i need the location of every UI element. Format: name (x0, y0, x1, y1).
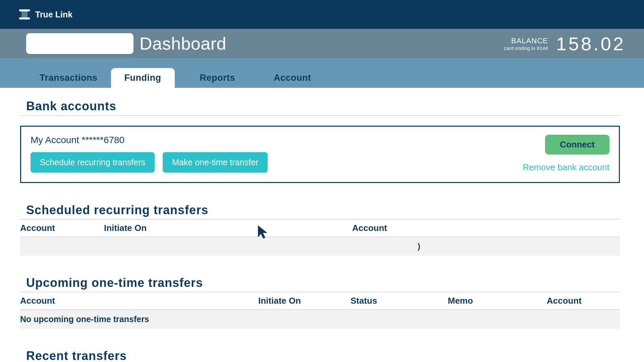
top-header: True Link (0, 0, 644, 29)
tabs-bar: Transactions Funding Reports Account (0, 58, 644, 88)
section-title-bank-accounts: Bank accounts (26, 99, 620, 113)
balance-meta: BALANCE card ending in 8144 (504, 37, 548, 51)
make-one-time-button[interactable]: Make one-time transfer (163, 152, 268, 173)
bank-account-name: My Account ******6780 (31, 135, 268, 145)
no-upcoming-row: No upcoming one-time transfers (20, 310, 620, 329)
th-initiate-on: Initiate On (104, 223, 352, 233)
section-title-recent: Recent transfers (26, 349, 620, 362)
tab-funding[interactable]: Funding (111, 68, 175, 88)
subheader-left: Dashboard (26, 33, 226, 54)
divider (20, 115, 620, 116)
th-memo: Memo (448, 296, 547, 306)
balance-block: BALANCE card ending in 8144 158.02 (504, 33, 626, 55)
bank-card-right: Connect Remove bank account (523, 135, 609, 173)
connect-button[interactable]: Connect (545, 135, 609, 155)
tab-transactions[interactable]: Transactions (26, 68, 111, 88)
row-text: ) (418, 242, 420, 251)
balance-amount: 158.02 (556, 33, 626, 55)
svg-rect-0 (19, 9, 30, 11)
svg-rect-2 (19, 17, 30, 19)
tab-account[interactable]: Account (260, 68, 325, 88)
brand-logo[interactable]: True Link (18, 8, 72, 20)
scheduled-table-header: Account Initiate On Account (20, 219, 620, 237)
th-account: Account (547, 296, 620, 306)
th-account: Account (20, 296, 258, 306)
main-content: Bank accounts My Account ******6780 Sche… (0, 88, 644, 362)
card-ending-label: card ending in 8144 (504, 45, 548, 51)
sub-header: Dashboard BALANCE card ending in 8144 15… (0, 29, 644, 58)
tab-reports[interactable]: Reports (186, 68, 249, 88)
section-title-scheduled: Scheduled recurring transfers (26, 203, 620, 217)
bank-button-row: Schedule recurring transfers Make one-ti… (31, 152, 268, 173)
svg-rect-1 (21, 11, 28, 17)
spool-icon (18, 8, 31, 20)
section-title-upcoming: Upcoming one-time transfers (26, 276, 620, 290)
th-account: Account (20, 223, 104, 233)
brand-name: True Link (35, 10, 72, 19)
th-account: Account (352, 223, 620, 233)
scheduled-row: ) (20, 237, 620, 256)
upcoming-table-header: Account Initiate On Status Memo Account (20, 292, 620, 310)
th-initiate-on: Initiate On (258, 296, 351, 306)
balance-label: BALANCE (504, 37, 548, 45)
th-status: Status (351, 296, 448, 306)
page-title: Dashboard (140, 34, 226, 54)
schedule-recurring-button[interactable]: Schedule recurring transfers (31, 152, 155, 173)
card-selector[interactable] (26, 33, 133, 54)
bank-card-left: My Account ******6780 Schedule recurring… (31, 135, 268, 173)
bank-account-card: My Account ******6780 Schedule recurring… (20, 126, 620, 183)
remove-bank-link[interactable]: Remove bank account (523, 162, 609, 173)
